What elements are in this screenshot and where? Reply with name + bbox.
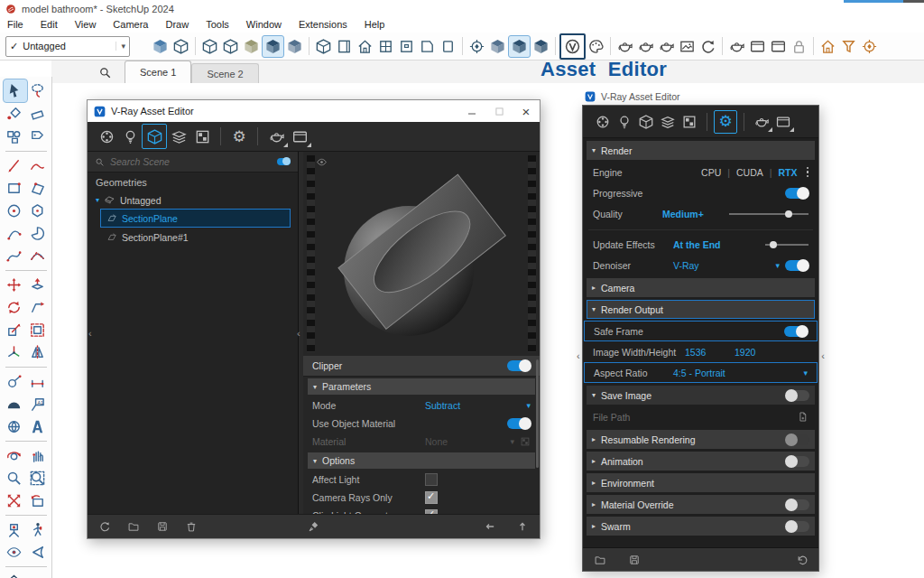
lights-tab-icon[interactable]	[118, 125, 142, 148]
swarm-toggle[interactable]	[786, 521, 809, 532]
vfb-window-icon[interactable]	[747, 36, 768, 57]
tool-follow-me[interactable]	[26, 296, 50, 319]
caret-down-icon[interactable]: ▾	[96, 196, 99, 204]
safe-frame-toggle[interactable]	[784, 326, 808, 337]
material-override-toggle[interactable]	[786, 499, 809, 510]
render-output-section-header[interactable]: ▾ Render Output	[587, 300, 815, 319]
vray-settings-titlebar[interactable]: V-Ray Asset Editor	[582, 89, 819, 105]
engine-menu-icon[interactable]	[807, 167, 809, 178]
tool-section-plane[interactable]	[26, 570, 50, 578]
tool-pie[interactable]	[26, 222, 50, 245]
tool-look-around[interactable]	[3, 541, 26, 564]
tree-item-sectionplane[interactable]: SectionPlane	[100, 209, 291, 228]
quality-slider[interactable]	[729, 209, 808, 219]
mode-chevron-icon[interactable]: ▾	[526, 401, 531, 410]
image-height-value[interactable]: 1920	[735, 347, 755, 358]
tool-move[interactable]	[3, 274, 26, 296]
materials-tab-icon[interactable]	[592, 111, 614, 133]
camera-section-header[interactable]: ▸ Camera	[587, 278, 815, 297]
parameters-header[interactable]: ▾ Parameters	[308, 378, 535, 395]
geometries-tab-icon[interactable]	[142, 124, 167, 149]
mode-value[interactable]: Subtract	[425, 400, 460, 411]
camera-rays-only-checkbox[interactable]	[425, 491, 438, 504]
sync-icon[interactable]	[98, 520, 111, 533]
render-teapot-icon[interactable]	[614, 36, 635, 57]
search-filter-toggle[interactable]	[277, 158, 291, 165]
tool-freehand[interactable]	[26, 154, 50, 177]
tool-rectangle[interactable]	[3, 177, 26, 200]
tool-text-note[interactable]: A1	[26, 393, 50, 415]
affect-light-checkbox[interactable]	[425, 473, 438, 486]
expand-right-chevron[interactable]: ‹	[821, 351, 825, 361]
lock-icon[interactable]	[789, 36, 809, 57]
tool-circle[interactable]	[3, 200, 26, 222]
animation-toggle[interactable]	[786, 456, 809, 467]
geometries-tab-icon[interactable]	[635, 111, 657, 133]
tool-shapes[interactable]	[3, 126, 26, 148]
render-scene-icon[interactable]	[726, 36, 747, 57]
image-width-value[interactable]: 1536	[685, 347, 706, 358]
collapse-left-chevron[interactable]: ‹	[88, 329, 92, 339]
tool-paint-bucket[interactable]	[3, 103, 26, 126]
tool-walk[interactable]	[26, 518, 50, 541]
tool-tape-measure[interactable]	[3, 370, 26, 393]
orbit-ring-icon[interactable]	[859, 36, 880, 57]
clipper-toggle[interactable]	[507, 360, 531, 371]
tool-3d-text[interactable]	[26, 415, 50, 438]
save-icon[interactable]	[628, 554, 641, 566]
delete-icon[interactable]	[185, 520, 198, 533]
shaded-textures-cube-icon[interactable]	[262, 35, 284, 58]
render-last-icon[interactable]	[768, 36, 789, 57]
tool-rotate[interactable]	[3, 296, 26, 319]
menu-help[interactable]: Help	[365, 19, 385, 30]
tool-arc[interactable]	[3, 222, 26, 245]
lights-tab-icon[interactable]	[614, 111, 635, 133]
tool-orbit[interactable]	[3, 444, 26, 467]
xray-cube-icon[interactable]	[199, 36, 220, 57]
hidden-line-cube-icon[interactable]	[220, 36, 241, 57]
options-header[interactable]: ▾ Options	[308, 452, 535, 469]
batch-render-icon[interactable]	[818, 36, 838, 57]
render-viewport-icon[interactable]	[656, 36, 677, 57]
collapse-tree-chevron[interactable]: ‹	[297, 329, 300, 339]
resumable-section-header[interactable]: ▸ Resumable Rendering	[587, 430, 815, 449]
layers-tab-icon[interactable]	[657, 111, 679, 133]
tool-curve[interactable]	[3, 245, 26, 267]
filter-funnel-icon[interactable]	[838, 36, 859, 57]
tool-rotated-rectangle[interactable]	[26, 177, 50, 200]
tab-scene-1[interactable]: Scene 1	[125, 61, 191, 83]
frame-buffer-button-icon[interactable]	[772, 111, 794, 133]
component-box-selected-icon[interactable]	[508, 35, 531, 58]
back-edges-cube-icon[interactable]	[284, 36, 305, 57]
clipper-row[interactable]: Clipper	[303, 356, 540, 377]
tree-item-sectionplane1[interactable]: SectionPlane#1	[100, 228, 298, 247]
material-override-section-header[interactable]: ▸ Material Override	[587, 495, 815, 514]
settings-tab-icon[interactable]: ⚙	[714, 110, 737, 134]
tool-position-camera[interactable]	[3, 518, 26, 541]
tool-line-pencil[interactable]	[3, 154, 26, 177]
component-box-icon[interactable]	[487, 36, 508, 57]
use-object-material-toggle[interactable]	[507, 418, 531, 429]
tool-zoom[interactable]	[3, 467, 26, 489]
purge-icon[interactable]	[308, 520, 320, 533]
aspect-ratio-chevron-icon[interactable]: ▾	[803, 368, 808, 378]
aspect-ratio-value[interactable]: 4:5 - Portrait	[673, 368, 725, 378]
tool-select[interactable]	[3, 79, 28, 103]
render-button-icon[interactable]	[264, 125, 288, 148]
vray-window-titlebar[interactable]: V-Ray Asset Editor ×	[88, 100, 540, 122]
render-interactive-icon[interactable]	[635, 36, 656, 57]
progressive-toggle[interactable]	[785, 188, 808, 199]
revert-icon[interactable]	[795, 554, 808, 566]
resumable-toggle[interactable]	[786, 434, 809, 445]
settings-tab-icon[interactable]: ⚙	[227, 125, 251, 148]
engine-rtx[interactable]: RTX	[779, 167, 798, 178]
asset-editor-palette-icon[interactable]	[586, 36, 606, 57]
save-icon[interactable]	[156, 520, 169, 533]
vray-logo-icon[interactable]	[559, 33, 586, 60]
tool-dimension[interactable]	[26, 370, 50, 393]
layers-tab-icon[interactable]	[167, 125, 190, 148]
open-folder-icon[interactable]	[127, 520, 140, 533]
box-icon[interactable]	[313, 36, 334, 57]
menu-edit[interactable]: Edit	[41, 19, 58, 30]
shaded-cube-icon[interactable]	[150, 36, 171, 57]
